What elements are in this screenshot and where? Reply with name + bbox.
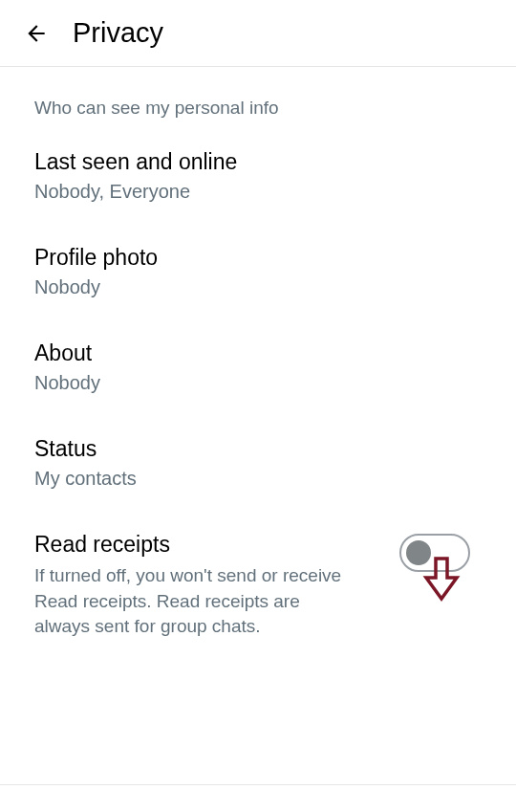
header: Privacy <box>0 0 516 66</box>
setting-value: Nobody <box>34 276 482 298</box>
read-receipts-toggle[interactable] <box>399 534 470 572</box>
setting-title: Profile photo <box>34 245 482 271</box>
content: Who can see my personal info Last seen a… <box>0 67 516 640</box>
section-header: Who can see my personal info <box>34 98 482 119</box>
back-icon[interactable] <box>23 20 50 47</box>
setting-title: About <box>34 340 482 366</box>
setting-description: If turned off, you won't send or receive… <box>34 563 359 640</box>
setting-profile-photo[interactable]: Profile photo Nobody <box>34 245 482 298</box>
setting-read-receipts: Read receipts If turned off, you won't s… <box>34 532 482 640</box>
toggle-left[interactable]: Read receipts If turned off, you won't s… <box>34 532 399 640</box>
setting-value: Nobody <box>34 372 482 394</box>
divider <box>0 784 516 785</box>
toggle-thumb <box>406 540 431 565</box>
page-title: Privacy <box>73 17 163 49</box>
setting-last-seen[interactable]: Last seen and online Nobody, Everyone <box>34 149 482 203</box>
setting-value: My contacts <box>34 468 482 490</box>
setting-about[interactable]: About Nobody <box>34 340 482 394</box>
setting-title: Read receipts <box>34 532 399 558</box>
setting-status[interactable]: Status My contacts <box>34 436 482 490</box>
setting-title: Status <box>34 436 482 462</box>
setting-value: Nobody, Everyone <box>34 181 482 203</box>
setting-title: Last seen and online <box>34 149 482 175</box>
